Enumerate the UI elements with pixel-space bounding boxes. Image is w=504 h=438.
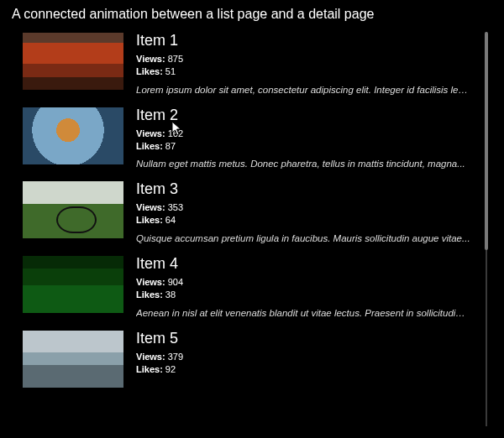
- item-stats: Views: 162 Likes: 87: [136, 128, 470, 153]
- list-item[interactable]: Item 3 Views: 353 Likes: 64 Quisque accu…: [22, 180, 470, 243]
- item-stats: Views: 379 Likes: 92: [136, 351, 470, 376]
- likes-value: 38: [165, 289, 176, 300]
- views-value: 353: [168, 202, 183, 212]
- scrollbar-thumb[interactable]: [485, 32, 488, 250]
- page-title: A connected animation between a list pag…: [12, 7, 494, 22]
- likes-label: Likes:: [136, 364, 163, 374]
- item-stats: Views: 875 Likes: 51: [136, 53, 470, 78]
- item-meta: Item 1 Views: 875 Likes: 51 Lorem ipsum …: [136, 32, 470, 95]
- likes-label: Likes:: [136, 66, 163, 76]
- likes-value: 87: [165, 141, 176, 151]
- likes-label: Likes:: [136, 289, 163, 300]
- likes-value: 92: [165, 364, 176, 374]
- item-title: Item 3: [136, 180, 470, 198]
- list-item[interactable]: Item 1 Views: 875 Likes: 51 Lorem ipsum …: [22, 32, 470, 95]
- item-title: Item 2: [136, 107, 470, 124]
- views-value: 875: [168, 54, 183, 64]
- likes-label: Likes:: [136, 141, 163, 151]
- item-description: Quisque accumsan pretium ligula in fauci…: [136, 233, 470, 243]
- item-description: Nullam eget mattis metus. Donec pharetra…: [136, 159, 470, 169]
- likes-label: Likes:: [136, 215, 163, 225]
- item-meta: Item 5 Views: 379 Likes: 92: [136, 330, 470, 383]
- list-item[interactable]: Item 5 Views: 379 Likes: 92: [22, 330, 470, 388]
- item-thumbnail[interactable]: [22, 255, 124, 314]
- list-item[interactable]: Item 2 Views: 162 Likes: 87 Nullam eget …: [22, 107, 470, 169]
- item-list: Item 1 Views: 875 Likes: 51 Lorem ipsum …: [22, 32, 494, 388]
- item-title: Item 1: [136, 32, 470, 50]
- page-root: A connected animation between a list pag…: [0, 0, 504, 438]
- views-value: 904: [168, 277, 183, 287]
- item-meta: Item 4 Views: 904 Likes: 38 Aenean in ni…: [136, 255, 470, 318]
- views-value: 379: [168, 352, 183, 362]
- item-thumbnail[interactable]: [22, 32, 124, 91]
- item-meta: Item 2 Views: 162 Likes: 87 Nullam eget …: [136, 107, 470, 169]
- item-title: Item 4: [136, 255, 470, 273]
- views-label: Views:: [136, 202, 165, 212]
- item-stats: Views: 353 Likes: 64: [136, 201, 470, 227]
- scrollbar-track[interactable]: [486, 32, 487, 426]
- list-item[interactable]: Item 4 Views: 904 Likes: 38 Aenean in ni…: [22, 255, 470, 318]
- item-description: Lorem ipsum dolor sit amet, consectetur …: [136, 85, 470, 95]
- views-label: Views:: [136, 352, 165, 362]
- item-meta: Item 3 Views: 353 Likes: 64 Quisque accu…: [136, 180, 470, 243]
- item-description: Aenean in nisl at elit venenatis blandit…: [136, 308, 470, 318]
- views-label: Views:: [136, 277, 165, 287]
- item-thumbnail[interactable]: [22, 107, 124, 165]
- item-thumbnail[interactable]: [22, 180, 124, 239]
- likes-value: 64: [165, 215, 176, 225]
- item-stats: Views: 904 Likes: 38: [136, 276, 470, 301]
- views-label: Views:: [136, 128, 165, 138]
- item-title: Item 5: [136, 330, 470, 347]
- list-scroll-region: Item 1 Views: 875 Likes: 51 Lorem ipsum …: [22, 32, 494, 426]
- likes-value: 51: [165, 66, 176, 76]
- views-value: 162: [168, 128, 183, 138]
- item-thumbnail[interactable]: [22, 330, 124, 388]
- views-label: Views:: [136, 54, 165, 64]
